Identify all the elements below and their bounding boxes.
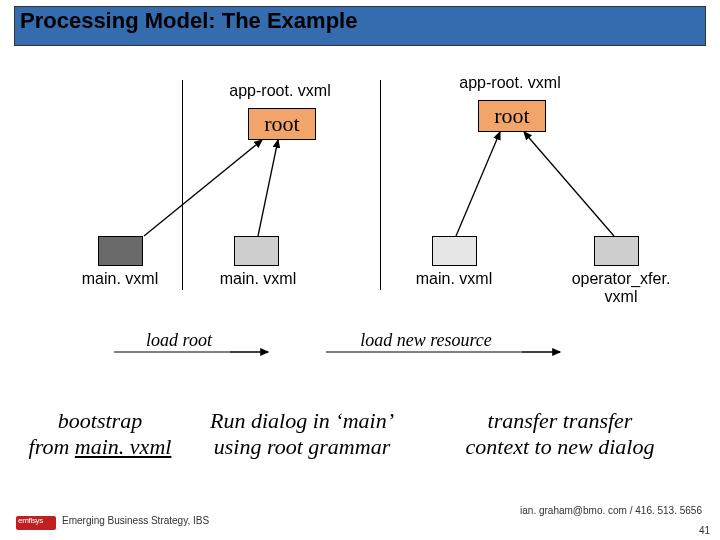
slide: Processing Model: The Example app-root. … [0,0,720,540]
divider-2 [380,80,381,290]
svg-line-3 [524,132,614,236]
slide-title: Processing Model: The Example [20,8,357,34]
bootstrap-heading: bootstrap from main. vxml [10,408,190,461]
svg-line-0 [144,140,262,236]
main-label-1b: main. vxml [208,270,308,288]
footer-left: Emerging Business Strategy, IBS [62,515,209,526]
root-box-2: root [478,100,546,132]
load-root-label: load root [124,330,234,351]
page-number: 41 [699,525,710,536]
main-label-2: main. vxml [404,270,504,288]
main-doc-1b [234,236,279,266]
app-root-label-1: app-root. vxml [210,82,350,100]
main-label-1a: main. vxml [70,270,170,288]
transfer-heading: transfer transfercontext to new dialog [440,408,680,461]
svg-line-2 [456,132,500,236]
operator-doc [594,236,639,266]
load-new-label: load new resource [326,330,526,351]
main-doc-2 [432,236,477,266]
root-box-1: root [248,108,316,140]
footer-right: ian. graham@bmo. com / 416. 513. 5656 [520,505,702,516]
app-root-label-2: app-root. vxml [440,74,580,92]
divider-1 [182,80,183,290]
run-heading: Run dialog in ‘main’using root grammar [192,408,412,461]
svg-line-1 [258,140,278,236]
main-doc-1a [98,236,143,266]
operator-label: operator_xfer. vxml [556,270,686,305]
logo [16,516,56,530]
